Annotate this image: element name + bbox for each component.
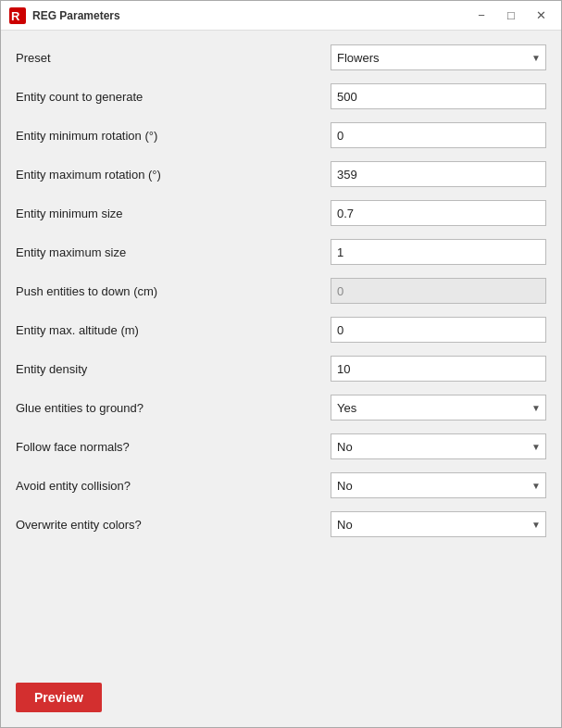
push-down-row: Push entities to down (cm) bbox=[16, 275, 546, 307]
svg-text:R: R bbox=[11, 9, 20, 23]
max-altitude-label: Entity max. altitude (m) bbox=[16, 323, 331, 337]
avoid-collision-select-wrapper[interactable]: Yes No ▼ bbox=[331, 472, 546, 498]
density-row: Entity density bbox=[16, 353, 546, 384]
push-down-input[interactable] bbox=[331, 278, 546, 304]
window-controls: − □ ✕ bbox=[468, 6, 554, 26]
face-normals-select-wrapper[interactable]: Yes No ▼ bbox=[331, 433, 546, 459]
preset-select-wrapper[interactable]: Flowers Grass Trees Custom ▼ bbox=[331, 44, 546, 70]
title-bar: R REG Parameters − □ ✕ bbox=[1, 1, 561, 31]
max-rotation-row: Entity maximum rotation (°) bbox=[16, 158, 546, 190]
overwrite-colors-label: Overwrite entity colors? bbox=[16, 518, 331, 532]
face-normals-label: Follow face normals? bbox=[16, 440, 331, 454]
avoid-collision-label: Avoid entity collision? bbox=[16, 479, 331, 493]
max-altitude-input[interactable] bbox=[331, 317, 546, 343]
glue-select-wrapper[interactable]: Yes No ▼ bbox=[331, 395, 546, 420]
preview-button[interactable]: Preview bbox=[16, 683, 102, 712]
preset-row: Preset Flowers Grass Trees Custom ▼ bbox=[16, 42, 546, 73]
entity-count-input[interactable] bbox=[331, 83, 546, 109]
min-size-label: Entity minimum size bbox=[16, 207, 331, 220]
max-size-input[interactable] bbox=[331, 239, 546, 265]
min-size-row: Entity minimum size bbox=[16, 197, 546, 229]
entity-count-label: Entity count to generate bbox=[16, 90, 331, 104]
glue-label: Glue entities to ground? bbox=[16, 401, 331, 415]
density-input[interactable] bbox=[331, 356, 546, 382]
main-window: R REG Parameters − □ ✕ Preset Flowers Gr… bbox=[0, 0, 562, 728]
max-rotation-input[interactable] bbox=[331, 161, 546, 187]
minimize-button[interactable]: − bbox=[468, 6, 494, 26]
maximize-button[interactable]: □ bbox=[498, 6, 524, 26]
overwrite-colors-select-wrapper[interactable]: Yes No ▼ bbox=[331, 511, 546, 537]
max-altitude-row: Entity max. altitude (m) bbox=[16, 314, 546, 345]
max-rotation-label: Entity maximum rotation (°) bbox=[16, 168, 331, 182]
footer: Preview bbox=[1, 673, 561, 727]
avoid-collision-row: Avoid entity collision? Yes No ▼ bbox=[16, 470, 546, 501]
face-normals-row: Follow face normals? Yes No ▼ bbox=[16, 431, 546, 462]
min-size-input[interactable] bbox=[331, 200, 546, 226]
min-rotation-input[interactable] bbox=[331, 122, 546, 148]
entity-count-row: Entity count to generate bbox=[16, 81, 546, 112]
preset-select[interactable]: Flowers Grass Trees Custom bbox=[331, 44, 546, 70]
preset-label: Preset bbox=[16, 51, 331, 65]
glue-row: Glue entities to ground? Yes No ▼ bbox=[16, 392, 546, 423]
min-rotation-row: Entity minimum rotation (°) bbox=[16, 119, 546, 151]
glue-select[interactable]: Yes No bbox=[331, 395, 546, 420]
overwrite-colors-select[interactable]: Yes No bbox=[331, 511, 546, 537]
avoid-collision-select[interactable]: Yes No bbox=[331, 472, 546, 498]
density-label: Entity density bbox=[16, 362, 331, 376]
max-size-row: Entity maximum size bbox=[16, 236, 546, 268]
face-normals-select[interactable]: Yes No bbox=[331, 433, 546, 459]
form-content: Preset Flowers Grass Trees Custom ▼ Enti… bbox=[1, 31, 561, 673]
overwrite-colors-row: Overwrite entity colors? Yes No ▼ bbox=[16, 508, 546, 540]
max-size-label: Entity maximum size bbox=[16, 245, 331, 259]
close-button[interactable]: ✕ bbox=[528, 6, 554, 26]
min-rotation-label: Entity minimum rotation (°) bbox=[16, 129, 331, 143]
push-down-label: Push entities to down (cm) bbox=[16, 284, 331, 298]
app-icon: R bbox=[8, 6, 27, 25]
window-title: REG Parameters bbox=[32, 9, 468, 22]
